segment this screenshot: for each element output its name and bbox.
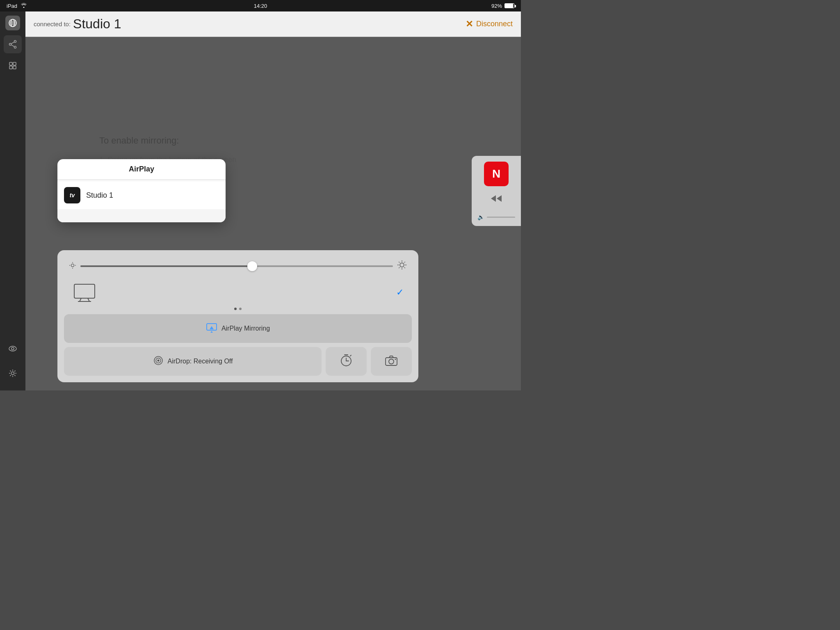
- svg-marker-50: [497, 195, 502, 202]
- svg-rect-13: [13, 66, 16, 69]
- brightness-row: [64, 257, 412, 276]
- apple-tv-icon: tv: [64, 187, 80, 203]
- battery-pct: 92%: [491, 3, 502, 9]
- disconnect-label: Disconnect: [476, 20, 513, 28]
- top-bar: connected to: Studio 1 ✕ Disconnect: [25, 11, 521, 37]
- brightness-low-icon: [69, 262, 76, 271]
- share-icon[interactable]: [4, 35, 22, 53]
- status-left: iPad: [7, 3, 27, 9]
- airplay-popup-body: tv Studio 1: [57, 180, 226, 211]
- tv-row: ✓: [64, 281, 412, 304]
- svg-point-15: [11, 347, 14, 350]
- tv-monitor-icon: [72, 282, 97, 303]
- right-panel: N 🔈: [472, 156, 521, 226]
- mirroring-heading: To enable mirroring:: [99, 135, 236, 146]
- svg-line-29: [399, 267, 399, 268]
- svg-line-32: [80, 298, 81, 301]
- airplay-mirror-icon: [206, 323, 217, 334]
- svg-line-8: [11, 42, 14, 44]
- svg-line-45: [350, 355, 351, 356]
- cc-buttons: AirPlay Mirroring AirDrop: Receiving Off: [64, 314, 412, 376]
- svg-marker-49: [491, 195, 496, 202]
- svg-point-48: [395, 359, 396, 360]
- camera-icon: [385, 355, 398, 368]
- svg-point-47: [389, 359, 394, 364]
- cc-btn-row-2: AirDrop: Receiving Off: [64, 347, 412, 376]
- svg-point-22: [400, 263, 404, 267]
- airplay-mirroring-button[interactable]: AirPlay Mirroring: [64, 314, 412, 343]
- svg-line-28: [404, 267, 405, 268]
- svg-line-27: [399, 262, 399, 262]
- brightness-high-icon: [397, 260, 407, 272]
- svg-point-6: [9, 43, 11, 46]
- sidebar: [0, 11, 25, 390]
- airplay-mirroring-label: AirPlay Mirroring: [221, 325, 270, 332]
- checkmark-icon: ✓: [396, 287, 404, 298]
- disconnect-button[interactable]: ✕ Disconnect: [466, 19, 513, 30]
- eye-icon[interactable]: [4, 340, 22, 358]
- airdrop-label: AirDrop: Receiving Off: [168, 358, 233, 365]
- studio-name: Studio 1: [73, 16, 121, 32]
- status-bar: iPad 14:20 92%: [0, 0, 521, 11]
- volume-icon: 🔈: [477, 214, 484, 220]
- svg-point-17: [71, 264, 74, 267]
- wifi-icon: [21, 3, 27, 9]
- rewind-icon[interactable]: [477, 193, 515, 205]
- netflix-icon: N: [484, 162, 509, 186]
- control-center: ✓ AirPlay Mirroring: [57, 250, 418, 382]
- page-dot-2: [239, 308, 242, 310]
- battery-icon: [504, 3, 514, 8]
- volume-slider[interactable]: [487, 217, 515, 218]
- svg-line-9: [11, 45, 14, 47]
- svg-rect-11: [13, 62, 16, 65]
- timer-button[interactable]: [326, 347, 367, 376]
- airplay-popup: AirPlay tv Studio 1: [57, 159, 226, 222]
- svg-rect-10: [9, 62, 12, 65]
- volume-row: 🔈: [477, 214, 515, 220]
- svg-point-14: [9, 346, 16, 351]
- globe-icon[interactable]: [5, 16, 20, 30]
- page-dot-1: [234, 308, 237, 310]
- airplay-device-name: Studio 1: [86, 191, 113, 200]
- svg-line-33: [88, 298, 89, 301]
- airdrop-button[interactable]: AirDrop: Receiving Off: [64, 347, 322, 376]
- device-label: iPad: [7, 3, 17, 9]
- svg-marker-36: [209, 331, 214, 333]
- close-icon: ✕: [466, 19, 473, 30]
- camera-button[interactable]: [371, 347, 412, 376]
- svg-line-30: [404, 262, 405, 262]
- airdrop-icon: [153, 355, 164, 368]
- page-dots: [64, 308, 412, 310]
- timer-icon: [340, 354, 353, 369]
- tv-icon-container: [72, 282, 97, 303]
- sidebar-bottom: [4, 340, 22, 386]
- svg-point-16: [11, 372, 14, 375]
- airplay-popup-title: AirPlay: [57, 159, 226, 180]
- status-right: 92%: [491, 3, 514, 9]
- status-time: 14:20: [254, 3, 267, 9]
- svg-rect-31: [74, 284, 95, 298]
- grid-icon[interactable]: [4, 57, 22, 75]
- svg-point-40: [157, 360, 159, 362]
- airplay-device-item[interactable]: tv Studio 1: [57, 181, 226, 209]
- connected-label: connected to:: [34, 21, 71, 27]
- svg-marker-37: [210, 326, 214, 329]
- gear-icon[interactable]: [4, 364, 22, 382]
- airplay-popup-footer: [57, 211, 226, 222]
- brightness-slider[interactable]: [80, 265, 393, 267]
- svg-rect-12: [9, 66, 12, 69]
- cc-btn-row-1: AirPlay Mirroring: [64, 314, 412, 343]
